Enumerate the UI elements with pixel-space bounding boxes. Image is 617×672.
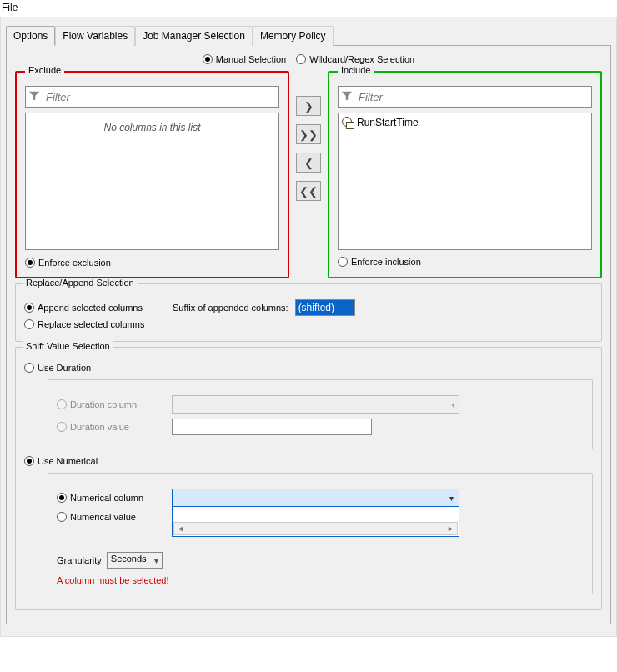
shift-value-legend: Shift Value Selection [23,341,113,351]
numerical-column-dropdown-list[interactable]: ◄ ► [172,507,459,537]
datetime-column-icon [342,117,354,128]
tab-flow-variables[interactable]: Flow Variables [55,26,135,46]
exclude-legend: Exclude [25,65,64,75]
radio-dot-icon [24,363,34,373]
list-item[interactable]: RunStartTime [342,117,588,128]
duration-column-combo [172,395,459,414]
radio-dot-icon [57,512,67,522]
suffix-label: Suffix of appended columns: [173,303,288,313]
radio-label: Use Numerical [38,456,98,466]
granularity-combo[interactable]: Seconds [107,552,163,569]
radio-dot-icon [57,399,67,409]
radio-label: Duration value [70,422,129,432]
exclude-empty-message: No columns in this list [29,117,275,133]
tab-memory-policy[interactable]: Memory Policy [253,26,334,46]
error-message: A column must be selected! [57,575,584,585]
include-filter-input[interactable] [338,86,592,108]
radio-label: Wildcard/Regex Selection [309,54,414,64]
numerical-subgroup: Numerical column ◄ ► [48,473,593,594]
scroll-right-icon[interactable]: ► [444,524,457,533]
replace-append-legend: Replace/Append Selection [23,278,138,288]
tab-options[interactable]: Options [6,26,55,46]
radio-label: Numerical column [70,493,143,503]
exclude-box: Exclude No columns in this list Enforce … [15,71,289,278]
include-legend: Include [338,65,374,75]
chevron-left-icon: ❮ [304,157,314,169]
include-box: Include RunStartTime Enfor [328,71,602,278]
dropdown-scrollbar[interactable]: ◄ ► [173,522,458,535]
move-all-left-button[interactable]: ❮❮ [296,181,321,201]
radio-label: Append selected columns [38,303,143,313]
radio-dot-icon [57,422,67,432]
radio-dot-icon [24,303,34,313]
move-left-button[interactable]: ❮ [296,153,321,173]
tab-job-manager[interactable]: Job Manager Selection [135,26,253,46]
radio-label: Replace selected columns [38,319,144,329]
granularity-value: Seconds [111,554,147,564]
tab-page-options: Manual Selection Wildcard/Regex Selectio… [6,45,611,624]
radio-dot-icon [296,54,306,64]
radio-duration-column: Duration column [57,399,165,409]
radio-label: Use Duration [38,363,91,373]
exclude-filter-input[interactable] [25,86,279,108]
radio-dot-icon [24,456,34,466]
duration-value-input [172,419,372,435]
radio-numerical-column[interactable]: Numerical column [57,493,165,503]
include-list[interactable]: RunStartTime [338,113,592,250]
filter-icon [28,90,40,103]
radio-enforce-inclusion[interactable]: Enforce inclusion [338,257,421,267]
radio-dot-icon [57,493,67,503]
replace-append-group: Replace/Append Selection Append selected… [15,283,602,342]
granularity-label: Granularity [57,555,102,565]
list-item-label: RunStartTime [357,117,419,128]
filter-icon [341,90,353,103]
transfer-buttons: ❯ ❯❯ ❮ ❮❮ [296,71,321,278]
radio-append-columns[interactable]: Append selected columns [24,303,166,313]
radio-manual-selection[interactable]: Manual Selection [203,54,286,64]
radio-dot-icon [203,54,213,64]
double-chevron-right-icon: ❯❯ [299,128,318,141]
radio-wildcard-selection[interactable]: Wildcard/Regex Selection [296,54,414,64]
shift-value-group: Shift Value Selection Use Duration Durat… [15,347,602,610]
menu-file[interactable]: File [2,2,18,13]
radio-numerical-value[interactable]: Numerical value [57,512,165,522]
double-chevron-left-icon: ❮❮ [299,185,318,198]
suffix-input[interactable] [295,299,355,316]
radio-label: Enforce exclusion [38,258,111,268]
radio-dot-icon [338,257,348,267]
numerical-column-combo[interactable] [172,489,459,507]
chevron-right-icon: ❯ [304,100,314,113]
scroll-left-icon[interactable]: ◄ [174,524,187,533]
numerical-column-dropdown[interactable]: ◄ ► [172,489,472,507]
radio-dot-icon [25,258,35,268]
radio-use-numerical[interactable]: Use Numerical [24,456,98,466]
move-all-right-button[interactable]: ❯❯ [296,124,321,144]
radio-label: Duration column [70,399,137,409]
tab-bar: Options Flow Variables Job Manager Selec… [6,26,616,46]
duration-subgroup: Duration column Duration value [48,379,593,449]
radio-dot-icon [24,319,34,329]
exclude-list[interactable]: No columns in this list [25,113,279,250]
radio-duration-value: Duration value [57,422,165,432]
radio-use-duration[interactable]: Use Duration [24,363,91,373]
radio-enforce-exclusion[interactable]: Enforce exclusion [25,258,111,268]
move-right-button[interactable]: ❯ [296,96,321,116]
radio-replace-columns[interactable]: Replace selected columns [24,319,144,329]
radio-label: Numerical value [70,512,136,522]
radio-label: Manual Selection [216,54,286,64]
radio-label: Enforce inclusion [351,257,421,267]
